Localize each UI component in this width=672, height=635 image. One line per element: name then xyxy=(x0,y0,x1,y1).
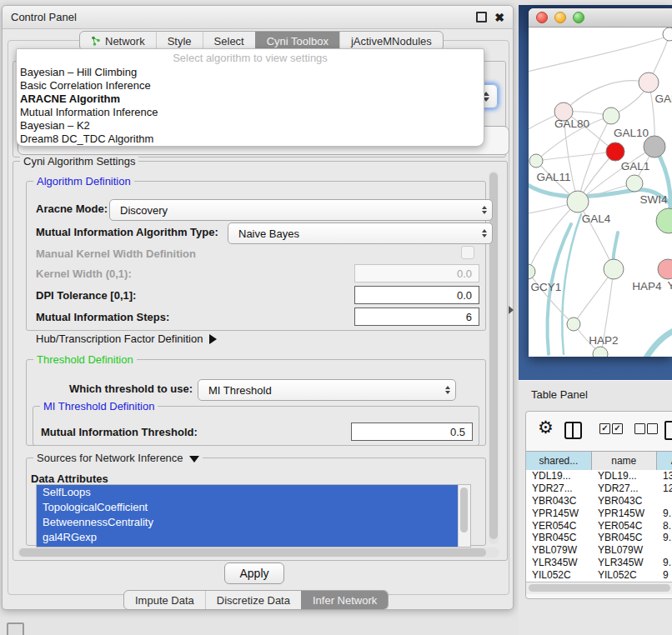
algorithm-option[interactable]: Bayesian – Hill Climbing xyxy=(17,66,484,79)
algorithm-option[interactable]: Mutual Information Inference xyxy=(17,106,484,119)
table-row[interactable]: YDR27...YDR27...12 xyxy=(526,482,672,495)
manual-kernel-checkbox[interactable] xyxy=(461,246,474,259)
table-row[interactable]: YPR145WYPR145W9. xyxy=(526,507,672,519)
document-icon[interactable] xyxy=(664,421,672,440)
window-close-icon[interactable]: ✖ xyxy=(494,12,504,23)
algorithm-option[interactable]: Bayesian – K2 xyxy=(17,119,484,132)
network-node-gal4[interactable] xyxy=(567,191,589,212)
tab-label: Cyni Toolbox xyxy=(267,35,328,48)
node-label: GAL80 xyxy=(554,118,589,130)
checked-checkbox-icon[interactable]: ✓ xyxy=(599,423,610,434)
node-label: GAL4 xyxy=(582,212,611,225)
tab-network[interactable]: Network xyxy=(80,32,156,50)
table-column-header[interactable]: name xyxy=(592,452,657,470)
network-node-gal11[interactable] xyxy=(529,154,543,168)
tab-select[interactable]: Select xyxy=(203,32,255,50)
mi-threshold-label: Mutual Information Threshold: xyxy=(41,426,198,438)
aracne-mode-select[interactable]: Discovery xyxy=(109,199,493,221)
table-panel-region: Table Panel ⚙ ✓ ✓ shared...nameA YDL19..… xyxy=(519,380,672,635)
node-label: SWI4 xyxy=(639,193,667,206)
unchecked-checkbox-icon[interactable] xyxy=(647,423,658,434)
checked-checkbox-icon[interactable]: ✓ xyxy=(612,423,623,434)
mi-steps-label: Mutual Information Steps: xyxy=(36,311,169,323)
network-node-gal[interactable] xyxy=(639,72,659,92)
zoom-button[interactable] xyxy=(573,12,584,23)
table-row[interactable]: YER054CYER054C8. xyxy=(526,519,672,532)
table-row[interactable]: YLR345WYLR345W9. xyxy=(526,557,672,569)
table-cell: YPR145W xyxy=(526,508,592,519)
attribute-item[interactable]: gal4RGexp xyxy=(37,530,458,545)
tab-cyni-toolbox[interactable]: Cyni Toolbox xyxy=(255,32,339,50)
attribute-item[interactable]: SelfLoops xyxy=(37,485,458,500)
tab-jactivemnodules[interactable]: jActiveMNodules xyxy=(339,32,443,50)
mi-type-select[interactable]: Naive Bayes xyxy=(228,222,493,244)
table-cell: YLR345W xyxy=(526,557,592,568)
network-node-hap2[interactable] xyxy=(567,318,580,331)
algorithm-option[interactable]: ARACNE Algorithm xyxy=(17,92,484,106)
settings-horizontal-scrollbar[interactable] xyxy=(18,548,499,558)
table-cell: YIL052C xyxy=(592,569,657,581)
tab-label: Select xyxy=(214,35,244,48)
table-row[interactable]: YIL052CYIL052C9 xyxy=(526,568,672,581)
table-body: YDL19...YDL19...13YDR27...YDR27...12YBR0… xyxy=(526,470,672,581)
table-cell: 9. xyxy=(657,557,672,568)
table-cell: YER054C xyxy=(526,520,592,532)
mi-steps-field[interactable]: 6 xyxy=(354,308,479,326)
panel-splitter-handle[interactable] xyxy=(509,306,514,314)
mi-threshold-field[interactable]: 0.5 xyxy=(351,422,473,441)
table-cell: 9 xyxy=(657,569,672,581)
floating-panel-icon[interactable] xyxy=(7,622,24,635)
attribute-item[interactable]: TopologicalCoefficient xyxy=(37,500,458,515)
hub-definition-toggle[interactable]: Hub/Transcription Factor Definition xyxy=(36,332,217,345)
window-float-icon[interactable] xyxy=(476,12,487,22)
window-title: Control Panel xyxy=(11,11,77,23)
mi-threshold-group-title: MI Threshold Definition xyxy=(40,400,158,412)
algorithm-dropdown-popup: Select algorithm to view settings Bayesi… xyxy=(16,48,484,147)
sources-group-title[interactable]: Sources for Network Inference xyxy=(33,452,203,464)
unchecked-checkbox-icon[interactable] xyxy=(634,423,645,434)
table-column-header[interactable]: shared... xyxy=(526,452,592,470)
network-window-titlebar xyxy=(529,8,672,28)
apply-button[interactable]: Apply xyxy=(224,562,284,584)
table-header-row: shared...nameA xyxy=(526,451,672,471)
network-node-gal10[interactable] xyxy=(603,108,619,124)
network-canvas[interactable]: GALGAL80GAL10GAL1GAL11SWI4GAL4GCY1HAP4YH… xyxy=(529,28,672,357)
table-horizontal-scrollbar[interactable] xyxy=(526,582,672,594)
node-label: GAL10 xyxy=(614,127,649,139)
network-edge xyxy=(536,152,615,161)
network-node-gcy1[interactable] xyxy=(529,264,535,279)
network-node[interactable] xyxy=(656,208,672,233)
network-node-gal1[interactable] xyxy=(606,142,624,161)
attributes-scrollbar[interactable] xyxy=(458,485,470,547)
network-edge xyxy=(529,36,669,72)
table-row[interactable]: YBL079WYBL079W xyxy=(526,544,672,557)
table-row[interactable]: YDL19...YDL19...13 xyxy=(526,470,672,482)
table-cell: YIL052C xyxy=(526,569,592,581)
node-label: GAL11 xyxy=(536,171,570,183)
column-layout-icon[interactable] xyxy=(564,422,582,439)
threshold-definition-title: Threshold Definition xyxy=(33,353,137,366)
table-panel-box: ⚙ ✓ ✓ shared...nameA YDL19...YDL19...13Y… xyxy=(525,411,672,599)
table-column-header[interactable]: A xyxy=(657,452,672,470)
close-button[interactable] xyxy=(536,12,548,23)
network-node-swi4[interactable] xyxy=(626,175,643,192)
network-node-hap4[interactable] xyxy=(604,259,624,279)
tab-discretize-data[interactable]: Discretize Data xyxy=(205,591,301,609)
tab-infer-network[interactable]: Infer Network xyxy=(301,591,388,609)
attribute-item[interactable]: BetweennessCentrality xyxy=(37,515,458,530)
table-row[interactable]: YBR043CYBR043C xyxy=(526,495,672,508)
tab-impute-data[interactable]: Impute Data xyxy=(124,591,205,609)
table-row[interactable]: YBR045CYBR045C9. xyxy=(526,532,672,544)
network-node-y[interactable] xyxy=(658,259,672,279)
which-threshold-select[interactable]: MI Threshold xyxy=(198,379,456,401)
algorithm-option[interactable]: Basic Correlation Inference xyxy=(17,79,484,92)
network-node[interactable] xyxy=(663,28,672,41)
chevron-updown-icon xyxy=(445,386,450,394)
table-toolbar: ⚙ ✓ ✓ xyxy=(526,412,672,450)
data-attributes-list[interactable]: SelfLoopsTopologicalCoefficientBetweenne… xyxy=(36,484,471,548)
dpi-tolerance-field[interactable]: 0.0 xyxy=(354,286,479,304)
tab-style[interactable]: Style xyxy=(156,32,203,50)
minimize-button[interactable] xyxy=(554,12,566,23)
gear-icon[interactable]: ⚙ xyxy=(538,419,554,437)
algorithm-option[interactable]: Dream8 DC_TDC Algorithm xyxy=(17,132,484,146)
